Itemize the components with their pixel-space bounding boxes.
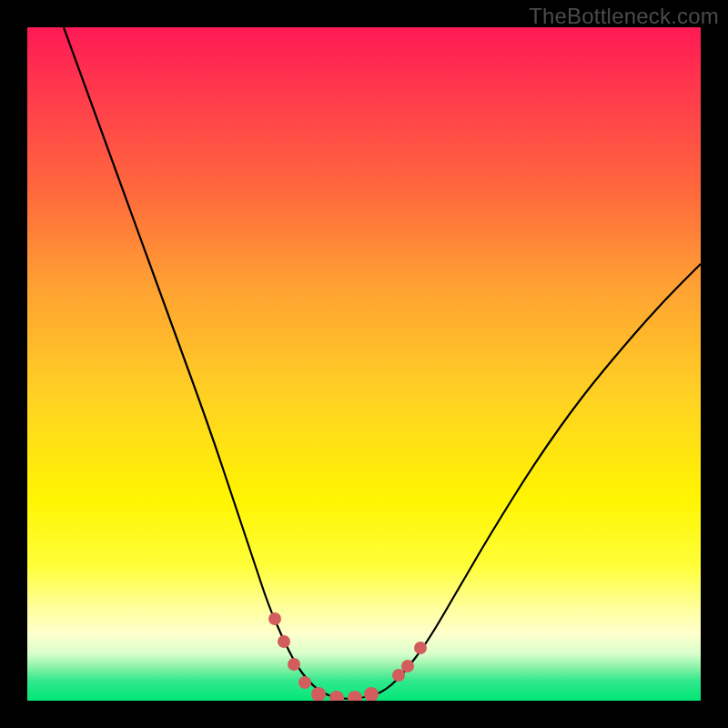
curve-marker [392, 669, 405, 682]
curve-marker [278, 635, 290, 648]
curve-marker [364, 687, 379, 701]
curve-marker [298, 676, 311, 689]
watermark-text: TheBottleneck.com [529, 4, 719, 29]
curve-group [64, 27, 701, 699]
curve-marker [268, 612, 281, 625]
curve-marker [288, 658, 300, 671]
curve-marker [414, 642, 427, 654]
left-curve [64, 27, 350, 699]
chart-svg [27, 27, 701, 701]
curve-marker [311, 687, 326, 701]
curve-marker [348, 691, 362, 701]
curve-marker [401, 660, 414, 672]
chart-plot-area [27, 27, 701, 701]
right-curve [350, 264, 701, 699]
curve-marker [329, 691, 344, 701]
